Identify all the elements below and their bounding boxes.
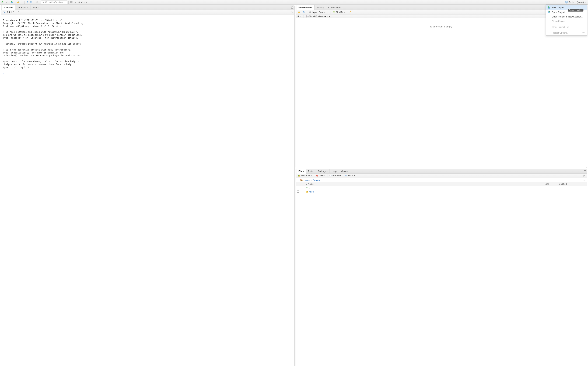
environment-body: Environment is empty bbox=[296, 18, 587, 167]
new-file-button[interactable] bbox=[1, 0, 4, 4]
menu-open-project-new-session[interactable]: Open Project in New Session... bbox=[546, 14, 587, 19]
files-tabbar: Files Plots Packages Help Viewer bbox=[296, 169, 587, 174]
more-button[interactable]: More bbox=[344, 174, 356, 177]
r-project-icon: R bbox=[565, 1, 568, 3]
menu-options-label: Project Options... bbox=[552, 32, 569, 34]
svg-rect-28 bbox=[301, 180, 302, 181]
import-dataset-button[interactable]: Import Dataset bbox=[308, 10, 329, 14]
svg-rect-9 bbox=[72, 1, 72, 2]
separator bbox=[343, 174, 343, 177]
main-toolbar: Go to file/function Addins R Project: (N… bbox=[0, 0, 588, 5]
files-list: .. misc bbox=[296, 186, 587, 366]
import-icon bbox=[309, 11, 311, 13]
separator bbox=[40, 1, 40, 4]
tab-history[interactable]: History bbox=[315, 5, 326, 10]
save-icon bbox=[303, 11, 305, 13]
console-panel: Console Terminal × Jobs × bbox=[1, 5, 294, 366]
load-icon bbox=[297, 11, 300, 13]
col-name-header[interactable]: Name bbox=[301, 183, 545, 185]
svg-rect-11 bbox=[72, 2, 72, 3]
environment-panel: Environment History Connections Im bbox=[295, 5, 587, 168]
save-workspace-button[interactable] bbox=[302, 10, 306, 14]
open-recent-dropdown[interactable] bbox=[20, 0, 24, 4]
popout-icon[interactable] bbox=[291, 7, 293, 9]
pie-icon bbox=[333, 11, 335, 13]
file-row-up[interactable]: .. bbox=[296, 186, 587, 190]
grid-tools-button[interactable] bbox=[70, 0, 73, 4]
select-all-checkbox[interactable] bbox=[297, 179, 299, 181]
separator bbox=[25, 1, 25, 4]
files-panel: Files Plots Packages Help Viewer New Fol… bbox=[295, 169, 587, 366]
close-icon[interactable]: × bbox=[38, 6, 40, 9]
grid-tools-dropdown[interactable] bbox=[73, 0, 77, 4]
tab-plots[interactable]: Plots bbox=[306, 169, 315, 173]
maximize-icon[interactable] bbox=[584, 170, 586, 172]
file-checkbox[interactable] bbox=[297, 191, 299, 192]
environment-scope-button[interactable]: Global Environment bbox=[305, 15, 331, 18]
close-icon[interactable]: × bbox=[27, 6, 28, 9]
tab-packages[interactable]: Packages bbox=[315, 169, 330, 173]
tab-console[interactable]: Console bbox=[2, 5, 15, 10]
refresh-icon bbox=[583, 175, 585, 177]
goto-file-function-input[interactable]: Go to file/function bbox=[41, 0, 67, 4]
addins-button[interactable]: Addins bbox=[77, 0, 88, 4]
delete-button[interactable]: Delete bbox=[315, 174, 326, 177]
console-output[interactable]: R version 4.1.2 (2021-11-01) -- "Bird Hi… bbox=[1, 15, 294, 366]
menu-project-options: Project Options... ⇧⌘, bbox=[546, 30, 587, 35]
breadcrumb-desktop[interactable]: Desktop bbox=[313, 179, 321, 181]
tab-connections[interactable]: Connections bbox=[326, 5, 343, 10]
new-project-button[interactable] bbox=[10, 0, 14, 4]
load-workspace-button[interactable] bbox=[297, 10, 301, 14]
rename-icon bbox=[329, 175, 332, 177]
rename-button[interactable]: Rename bbox=[329, 174, 341, 177]
tab-files[interactable]: Files bbox=[296, 169, 306, 173]
tab-jobs[interactable]: Jobs × bbox=[30, 5, 42, 10]
memory-usage-button[interactable]: 92 MiB bbox=[332, 10, 346, 14]
tab-environment[interactable]: Environment bbox=[296, 5, 315, 10]
console-sep: · bbox=[15, 11, 16, 13]
new-project-icon bbox=[548, 6, 550, 9]
console-path: ~/ bbox=[17, 11, 18, 13]
breadcrumb-home[interactable]: Home bbox=[304, 179, 310, 181]
menu-close-project-label: Close Project bbox=[552, 20, 565, 23]
file-name-label: misc bbox=[309, 191, 314, 193]
file-row[interactable]: misc bbox=[296, 190, 587, 194]
save-button[interactable] bbox=[26, 0, 29, 4]
menu-open-new-session-label: Open Project in New Session... bbox=[552, 15, 583, 18]
folder-icon bbox=[306, 191, 308, 193]
breadcrumb-more[interactable]: … bbox=[582, 179, 586, 181]
separator bbox=[34, 1, 34, 4]
r-logo-icon: R bbox=[3, 11, 5, 14]
home-icon[interactable] bbox=[300, 179, 303, 181]
project-menu-button[interactable]: R Project: (None) bbox=[564, 0, 587, 4]
breadcrumb-separator: › bbox=[311, 179, 311, 181]
tab-terminal[interactable]: Terminal × bbox=[15, 5, 30, 10]
console-prompt: > bbox=[3, 72, 6, 75]
files-column-header: Name Size Modified bbox=[296, 182, 587, 186]
print-button[interactable] bbox=[35, 0, 39, 4]
minimize-icon[interactable] bbox=[582, 170, 584, 171]
tab-help[interactable]: Help bbox=[330, 169, 339, 173]
open-file-button[interactable] bbox=[16, 0, 20, 4]
menu-new-project-label: New Project... bbox=[552, 6, 566, 9]
save-all-button[interactable] bbox=[30, 0, 33, 4]
separator bbox=[303, 15, 303, 18]
col-modified-header[interactable]: Modified bbox=[559, 183, 587, 185]
env-empty-label: Environment is empty bbox=[430, 25, 452, 28]
tab-viewer[interactable]: Viewer bbox=[339, 169, 350, 173]
goto-placeholder: Go to file/function bbox=[45, 1, 63, 3]
svg-rect-4 bbox=[31, 1, 32, 2]
language-scope-button[interactable]: R bbox=[297, 15, 302, 18]
menu-open-project-label: Open Project... bbox=[552, 11, 567, 13]
menu-close-project: Close Project bbox=[546, 19, 587, 23]
col-size-header[interactable]: Size bbox=[545, 183, 559, 185]
new-file-dropdown[interactable] bbox=[5, 0, 8, 4]
svg-rect-6 bbox=[37, 1, 37, 2]
refresh-button[interactable] bbox=[582, 174, 586, 177]
gear-icon bbox=[345, 175, 347, 177]
new-folder-button[interactable]: New Folder bbox=[297, 174, 312, 177]
files-toolbar: New Folder Delete Rename M bbox=[296, 174, 587, 178]
clear-console-icon[interactable] bbox=[291, 11, 293, 13]
clear-workspace-button[interactable] bbox=[348, 10, 353, 14]
separator bbox=[9, 1, 9, 4]
